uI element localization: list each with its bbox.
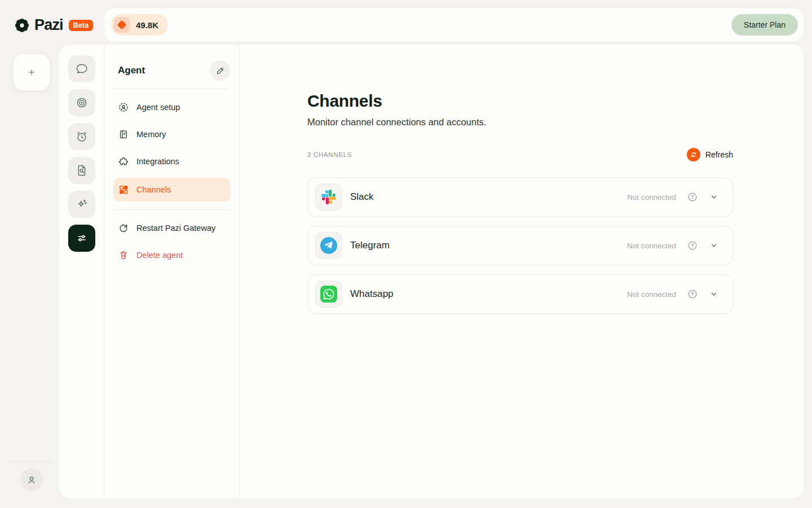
- agent-header: Agent: [113, 60, 230, 81]
- refresh-label: Refresh: [705, 150, 733, 159]
- diamond-icon: [117, 20, 127, 30]
- refresh-icon: [687, 148, 700, 161]
- agent-setup-icon: [118, 102, 129, 113]
- add-agent-button[interactable]: [13, 54, 50, 91]
- telegram-icon: [315, 232, 342, 259]
- brand-name: Pazi: [34, 16, 63, 34]
- status-badge: Not connected: [627, 242, 676, 250]
- plus-icon: [25, 66, 38, 78]
- whatsapp-icon: [315, 281, 342, 308]
- grid-icon: [118, 184, 129, 195]
- puzzle-icon: [118, 156, 129, 167]
- chevron-down-icon[interactable]: [709, 192, 719, 202]
- channel-list: Slack Not connected: [307, 177, 733, 314]
- refresh-button[interactable]: Refresh: [687, 148, 733, 161]
- help-icon[interactable]: [687, 240, 698, 251]
- menu-item-agent-setup[interactable]: Agent setup: [113, 94, 230, 121]
- menu-item-label: Delete agent: [136, 251, 183, 260]
- target-icon: [75, 96, 89, 110]
- channel-name: Whatsapp: [350, 288, 394, 300]
- agent-panel: Agent: [104, 45, 240, 498]
- status-badge: Not connected: [627, 290, 676, 299]
- pencil-icon: [215, 66, 225, 76]
- channel-count-label: 3 CHANNELS: [307, 151, 352, 158]
- rail-item-target[interactable]: [68, 89, 95, 116]
- chevron-down-icon[interactable]: [709, 289, 719, 299]
- slack-icon: [315, 183, 342, 211]
- chevron-down-icon[interactable]: [709, 240, 719, 251]
- agent-divider-bottom: [114, 209, 229, 210]
- help-icon[interactable]: [687, 191, 698, 203]
- credits-value: 49.8K: [136, 20, 158, 30]
- restart-icon: [118, 222, 129, 234]
- channel-row-whatsapp[interactable]: Whatsapp Not connected: [307, 274, 733, 314]
- status-badge: Not connected: [627, 193, 676, 202]
- menu-item-integrations[interactable]: Integrations: [113, 148, 230, 175]
- menu-item-label: Integrations: [136, 157, 179, 166]
- beta-badge: Beta: [69, 20, 93, 31]
- channel-row-slack[interactable]: Slack Not connected: [307, 177, 733, 217]
- menu-item-label: Restart Pazi Gateway: [136, 224, 215, 233]
- page-subtitle: Monitor channel connections and accounts…: [307, 117, 804, 128]
- profile-divider: [11, 461, 52, 462]
- content-area: Channels Monitor channel connections and…: [240, 45, 804, 498]
- icon-rail: [59, 45, 104, 498]
- sparkles-icon: [75, 198, 89, 211]
- sliders-icon: [75, 231, 89, 245]
- help-icon[interactable]: [687, 288, 698, 300]
- memory-icon: [118, 129, 129, 140]
- pazi-flower-icon: [14, 17, 30, 34]
- agent-divider-top: [114, 89, 229, 89]
- chat-icon: [75, 62, 89, 76]
- menu-item-label: Channels: [136, 185, 171, 194]
- channel-row-telegram[interactable]: Telegram Not connected: [307, 226, 733, 265]
- user-avatar[interactable]: [20, 468, 43, 491]
- rail-item-settings[interactable]: [68, 225, 95, 252]
- agent-title: Agent: [118, 65, 145, 76]
- plan-button[interactable]: Starter Plan: [731, 14, 798, 36]
- menu-item-label: Memory: [136, 130, 166, 139]
- credits-tile: [114, 17, 130, 33]
- file-search-icon: [75, 164, 89, 177]
- main-panel: Agent: [59, 45, 804, 498]
- channel-name: Slack: [350, 191, 374, 203]
- rail-item-sparkles[interactable]: [68, 191, 95, 218]
- person-icon: [25, 474, 38, 486]
- credits-pill[interactable]: 49.8K: [111, 14, 168, 36]
- alarm-icon: [75, 130, 89, 143]
- edit-agent-button[interactable]: [210, 60, 230, 81]
- menu-item-label: Agent setup: [136, 103, 180, 112]
- app-root: Pazi Beta 49.8K Starter Plan: [0, 0, 812, 508]
- channel-name: Telegram: [350, 240, 390, 251]
- list-header: 3 CHANNELS Refresh: [307, 148, 733, 161]
- brand-logo: Pazi Beta: [14, 16, 93, 34]
- trash-icon: [118, 249, 129, 261]
- rail-item-alarm[interactable]: [68, 123, 95, 150]
- top-bar: 49.8K Starter Plan: [104, 8, 804, 41]
- menu-item-memory[interactable]: Memory: [113, 121, 230, 148]
- menu-item-delete-agent[interactable]: Delete agent: [113, 242, 230, 269]
- menu-item-channels[interactable]: Channels: [113, 178, 230, 202]
- rail-item-file-search[interactable]: [68, 157, 95, 184]
- rail-item-chat[interactable]: [68, 55, 95, 82]
- menu-item-restart-gateway[interactable]: Restart Pazi Gateway: [113, 214, 230, 242]
- page-title: Channels: [307, 91, 804, 111]
